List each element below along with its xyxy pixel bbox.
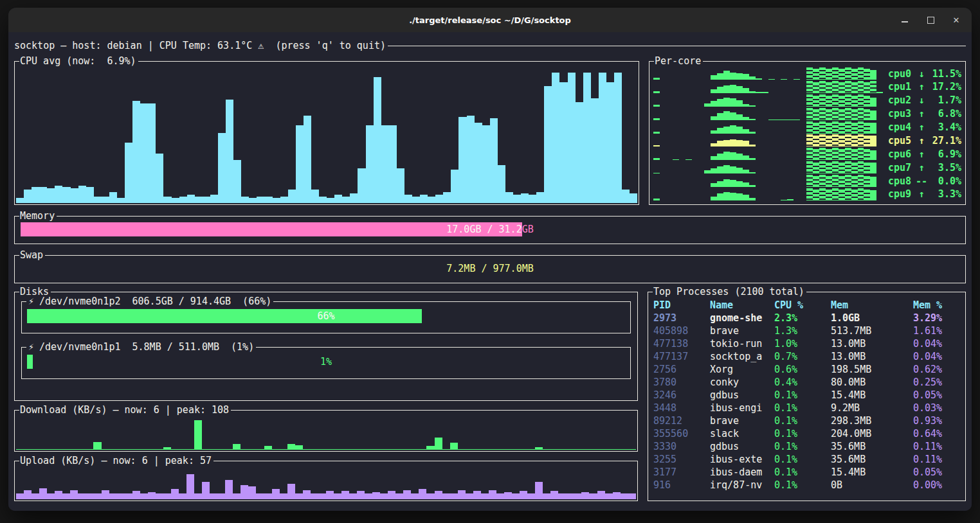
bar [240, 449, 248, 450]
bar [319, 197, 327, 203]
minimize-button[interactable] [900, 15, 910, 25]
bar [388, 491, 395, 499]
bar [819, 175, 826, 187]
bar [653, 199, 660, 200]
process-cell-memp: 0.05% [913, 466, 963, 478]
bar [202, 449, 210, 450]
bar [762, 92, 768, 93]
bar [327, 198, 334, 203]
core-label: cpu3↑ 6.8% [888, 108, 961, 120]
core-arrow: ↓ [914, 68, 929, 80]
core-label: cpu8-- 0.0% [888, 175, 961, 187]
bar [357, 449, 365, 450]
bar [535, 482, 543, 500]
bar [851, 81, 858, 93]
process-cell-pid: 3330 [653, 441, 710, 452]
bar [466, 493, 473, 499]
bar [730, 85, 736, 93]
bar [125, 143, 132, 203]
process-cell-name: ibus-daem [710, 466, 774, 478]
bar [148, 449, 156, 450]
bar [743, 182, 749, 187]
bar [403, 490, 411, 499]
terminal-window: ./target/release/soc ~/D/G/socktop ✕ soc… [8, 8, 972, 511]
bar [839, 67, 845, 80]
process-cell-mem: 0B [831, 479, 913, 491]
core-arrow: ↑ [914, 108, 929, 120]
bar [179, 197, 187, 203]
process-cell-memp: 0.05% [913, 389, 963, 401]
bar [870, 150, 876, 160]
core-label: cpu5↑27.1% [888, 135, 961, 146]
bar [749, 172, 756, 173]
bar [832, 67, 839, 80]
bar [743, 74, 749, 80]
bar [813, 108, 819, 120]
bar [372, 449, 380, 450]
bar [93, 493, 101, 499]
close-button[interactable]: ✕ [951, 15, 961, 25]
bar [851, 67, 858, 80]
core-row: cpu6↑ 6.9% [653, 148, 961, 160]
bar [749, 185, 756, 187]
core-label: cpu7↑ 3.5% [888, 162, 961, 173]
bar [628, 449, 636, 450]
bar [233, 493, 240, 499]
bar [730, 193, 736, 200]
bar [71, 188, 78, 203]
bar [768, 79, 775, 80]
bar [280, 197, 288, 203]
bar [704, 170, 711, 173]
core-row: cpu2↓ 1.7% [653, 94, 961, 107]
bar [32, 493, 39, 499]
bar [458, 117, 466, 203]
bar [653, 173, 660, 174]
bar [172, 198, 179, 203]
core-row: cpu4↑ 3.4% [653, 121, 961, 134]
process-cell-mem: 513.7MB [831, 325, 913, 337]
process-cell-memp: 0.11% [913, 454, 963, 465]
bar [858, 81, 864, 93]
close-icon: ✕ [953, 15, 960, 25]
bar [24, 449, 32, 450]
bar [864, 94, 870, 107]
maximize-button[interactable] [925, 15, 936, 25]
process-cell-pid: 405898 [653, 325, 710, 337]
bar [591, 98, 599, 203]
process-cell-name: tokio-run [710, 338, 774, 350]
disk-nvme0n1p1: ⚡ /dev/nvme0n1p1 5.8MB / 511.0MB (1%) 1%… [21, 347, 631, 379]
bar [806, 121, 813, 134]
bar [628, 493, 636, 499]
bar [743, 141, 749, 147]
bar [736, 168, 743, 174]
bar [749, 198, 756, 200]
core-value: 6.9% [929, 148, 961, 160]
column-header: Mem [831, 299, 913, 311]
bar [342, 197, 350, 203]
bar [566, 449, 574, 450]
bar [311, 493, 318, 499]
bar [148, 103, 156, 203]
bar [832, 161, 839, 173]
bar [870, 136, 876, 146]
bar [334, 195, 342, 203]
bar [736, 140, 743, 146]
core-arrow: ↑ [914, 81, 929, 93]
bar [826, 121, 832, 134]
bar [826, 108, 832, 120]
memory-title: Memory [19, 209, 57, 222]
bar [819, 67, 826, 80]
bar [412, 197, 420, 203]
core-label: cpu9↑ 3.3% [888, 188, 961, 200]
bar [186, 449, 194, 450]
bar [426, 493, 434, 499]
bar [832, 188, 839, 200]
bar [78, 449, 86, 450]
bar [864, 148, 870, 160]
bar [109, 449, 117, 450]
bar [858, 134, 864, 146]
bar [819, 188, 826, 200]
bar [851, 94, 858, 107]
bar [358, 168, 365, 203]
core-sparkline [653, 67, 883, 80]
